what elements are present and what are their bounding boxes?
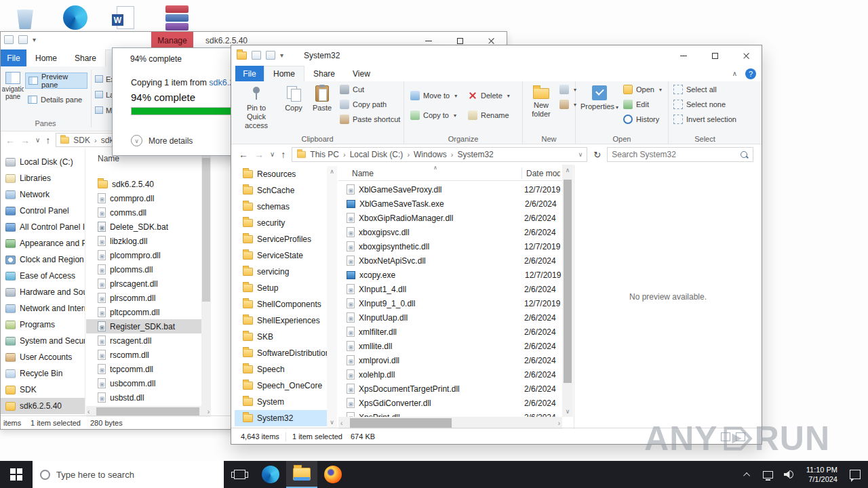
cut-button[interactable]: Cut <box>340 83 364 96</box>
new-item-button[interactable]: ▾ <box>559 83 576 96</box>
file-row[interactable]: xmlprovi.dll 2/6/2024 <box>338 353 562 367</box>
rename-button[interactable]: Rename <box>468 108 509 122</box>
scroll-down-icon[interactable]: ∨ <box>562 408 573 415</box>
breadcrumb-segment[interactable]: System32› <box>457 150 493 159</box>
qat-properties-icon[interactable] <box>252 51 261 60</box>
file-row[interactable]: xmlfilter.dll 2/6/2024 <box>338 325 562 339</box>
name-column-header[interactable]: Name <box>352 169 374 178</box>
scroll-left-icon[interactable]: ‹ <box>340 420 342 427</box>
copy-button[interactable]: Copy <box>279 83 308 133</box>
open-button[interactable]: Open ▾ <box>623 83 662 96</box>
tree-folder-item[interactable]: SchCache <box>235 182 327 199</box>
file-list-vertical-scrollbar[interactable]: ∧ ∨ <box>562 165 573 417</box>
taskbar-search-input[interactable] <box>56 470 224 480</box>
file-row[interactable]: plrscagent.dll <box>86 277 201 291</box>
breadcrumb-segment[interactable]: Windows› <box>414 150 453 159</box>
bg-forward-icon[interactable]: → <box>20 136 30 145</box>
file-row[interactable]: rscomm.dll <box>86 348 201 362</box>
file-row[interactable]: plcomms.dll <box>86 262 201 277</box>
bg-history-dropdown-icon[interactable]: ∨ <box>35 137 40 144</box>
file-row[interactable]: XpsPrint.dll 2/6/2024 <box>338 410 562 417</box>
file-row[interactable]: XpsGdiConverter.dll 2/6/2024 <box>338 396 562 410</box>
details-pane-button[interactable]: Details pane <box>25 92 87 108</box>
file-row[interactable]: XblGameSaveProxy.dll 12/7/2019 <box>338 182 562 197</box>
bg-up-icon[interactable]: ↑ <box>45 136 50 145</box>
bg-ribbon-tab[interactable]: Home <box>26 49 66 66</box>
ribbon-tab[interactable]: Share <box>304 66 344 81</box>
invert-selection-button[interactable]: Invert selection <box>673 113 736 126</box>
search-input[interactable] <box>612 150 740 159</box>
file-row[interactable]: Register_SDK.bat <box>86 319 201 333</box>
sidebar-item[interactable]: Network <box>1 186 85 203</box>
file-row[interactable]: pltcpcomm.dll <box>86 305 201 319</box>
tree-folder-item[interactable]: Speech_OneCore <box>235 378 327 394</box>
tree-folder-item[interactable]: Setup <box>235 280 327 296</box>
tree-folder-item[interactable]: servicing <box>235 264 327 280</box>
task-view-button[interactable] <box>224 461 255 488</box>
file-row[interactable]: sdk6.2.5.40 <box>86 177 201 191</box>
breadcrumb-segment[interactable]: SDK› <box>73 136 96 145</box>
edit-button[interactable]: Edit <box>623 98 649 111</box>
file-row[interactable]: comms.dll <box>86 205 201 220</box>
tree-folder-item[interactable]: ShellExperiences <box>235 312 327 329</box>
scrollbar-thumb[interactable] <box>202 158 210 302</box>
properties-button[interactable]: Properties▾ <box>581 83 618 133</box>
taskbar-clock[interactable]: 11:10 PM 7/1/2024 <box>800 465 844 484</box>
sidebar-item[interactable]: All Control Panel Items <box>1 219 85 235</box>
ribbon-tab[interactable]: View <box>344 66 379 81</box>
tree-folder-item[interactable]: ShellComponents <box>235 296 327 312</box>
tray-expand-button[interactable] <box>739 461 757 488</box>
select-all-button[interactable]: Select all <box>673 83 717 96</box>
sidebar-item[interactable]: Programs <box>1 317 85 333</box>
file-row[interactable]: xboxgipsynthetic.dll 12/7/2019 <box>338 239 562 253</box>
scrollbar-thumb[interactable] <box>350 418 452 428</box>
history-button[interactable]: History <box>623 113 659 126</box>
history-dropdown-icon[interactable]: ∨ <box>270 151 275 158</box>
scrollbar-thumb[interactable] <box>564 180 572 383</box>
tree-folder-item[interactable]: Resources <box>235 166 327 182</box>
action-center-button[interactable] <box>846 461 864 488</box>
paste-shortcut-button[interactable]: Paste shortcut <box>340 113 400 126</box>
tree-folder-item[interactable]: System32 <box>235 410 327 426</box>
file-row[interactable]: libzklog.dll <box>86 234 201 248</box>
scroll-up-icon[interactable]: ∧ <box>327 168 337 175</box>
tree-folder-item[interactable]: ServiceState <box>235 247 327 264</box>
sidebar-item[interactable]: sdk6.2.5.40 <box>1 398 85 414</box>
sidebar-item[interactable]: Recycle Bin <box>1 365 85 382</box>
taskbar-file-explorer-button[interactable] <box>286 461 317 488</box>
sidebar-item[interactable]: Ease of Access <box>1 268 85 284</box>
file-row[interactable]: plrscomm.dll <box>86 291 201 305</box>
taskbar-edge-button[interactable] <box>255 461 286 488</box>
back-icon[interactable]: ← <box>239 150 248 159</box>
start-button[interactable] <box>0 461 33 488</box>
edge-desktop-icon[interactable] <box>61 3 90 33</box>
file-row[interactable]: XpsDocumentTargetPrint.dll 2/6/2024 <box>338 382 562 396</box>
scroll-left-icon[interactable]: ‹ <box>87 408 90 415</box>
title-bar[interactable]: ▾ System32 <box>231 45 762 66</box>
qat-dropdown-icon[interactable]: ▾ <box>280 52 283 59</box>
sidebar-item[interactable]: Libraries <box>1 170 85 186</box>
search-icon[interactable] <box>740 150 749 159</box>
sidebar-item[interactable]: Network and Internet <box>1 300 85 317</box>
help-icon[interactable]: ? <box>745 68 756 79</box>
file-tab[interactable]: File <box>235 66 264 81</box>
tree-folder-item[interactable]: SKB <box>235 329 327 345</box>
qat-dropdown-icon[interactable]: ▾ <box>33 37 36 43</box>
pin-to-quick-access-button[interactable]: Pin to Quick access <box>238 83 275 133</box>
copy-path-button[interactable]: Copy path <box>340 98 387 111</box>
scroll-right-icon[interactable]: › <box>208 408 210 415</box>
taskbar-search[interactable] <box>33 461 224 488</box>
navigation-pane-button[interactable]: Navigation pane <box>2 70 24 120</box>
file-row[interactable]: plcommpro.dll <box>86 248 201 262</box>
file-row[interactable]: usbcomm.dll <box>86 376 201 390</box>
search-box[interactable] <box>607 147 753 162</box>
file-row[interactable]: rscagent.dll <box>86 333 201 348</box>
thumbnail-view-toggle-icon[interactable] <box>736 432 745 441</box>
file-row[interactable]: XInputUap.dll 2/6/2024 <box>338 310 562 325</box>
maximize-button[interactable] <box>699 45 730 66</box>
file-row[interactable]: xolehlp.dll 2/6/2024 <box>338 367 562 382</box>
up-icon[interactable]: ↑ <box>281 150 285 159</box>
collapse-ribbon-icon[interactable]: ∧ <box>732 70 737 77</box>
minimize-button[interactable] <box>668 45 699 66</box>
close-button[interactable] <box>730 45 762 66</box>
